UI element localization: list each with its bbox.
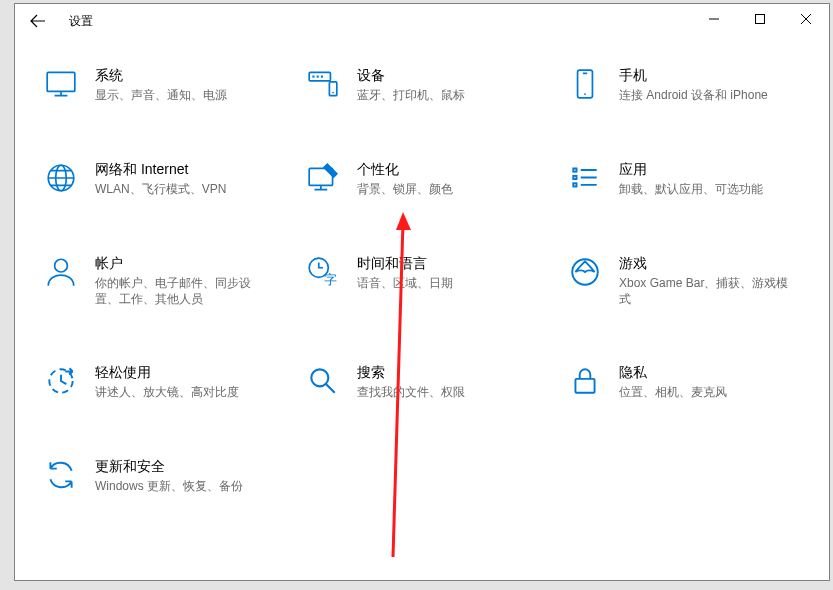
category-desc: 位置、相机、麦克风 bbox=[619, 384, 727, 400]
globe-icon bbox=[41, 158, 81, 198]
devices-icon bbox=[303, 64, 343, 104]
svg-point-9 bbox=[584, 93, 586, 95]
svg-point-21 bbox=[311, 369, 328, 386]
svg-rect-1 bbox=[47, 72, 75, 91]
lock-icon bbox=[565, 361, 605, 401]
settings-content: 系统显示、声音、通知、电源 设备蓝牙、打印机、鼠标 手机连接 Android 设… bbox=[15, 38, 829, 495]
window-title: 设置 bbox=[69, 13, 93, 30]
category-accounts[interactable]: 帐户你的帐户、电子邮件、同步设置、工作、其他人员 bbox=[35, 252, 297, 307]
apps-icon bbox=[565, 158, 605, 198]
category-desc: Xbox Game Bar、捕获、游戏模式 bbox=[619, 275, 791, 307]
svg-rect-3 bbox=[312, 76, 314, 78]
category-network[interactable]: 网络和 InternetWLAN、飞行模式、VPN bbox=[35, 158, 297, 198]
category-title: 设备 bbox=[357, 65, 465, 85]
svg-rect-13 bbox=[573, 168, 576, 171]
update-icon bbox=[41, 455, 81, 495]
category-grid: 系统显示、声音、通知、电源 设备蓝牙、打印机、鼠标 手机连接 Android 设… bbox=[35, 64, 819, 495]
svg-rect-6 bbox=[329, 82, 336, 96]
category-title: 搜索 bbox=[357, 362, 465, 382]
svg-text:字: 字 bbox=[324, 272, 337, 287]
svg-point-7 bbox=[332, 92, 334, 94]
time-language-icon: 字 bbox=[303, 252, 343, 292]
phone-icon bbox=[565, 64, 605, 104]
category-system[interactable]: 系统显示、声音、通知、电源 bbox=[35, 64, 297, 104]
svg-rect-15 bbox=[573, 183, 576, 186]
personalization-icon bbox=[303, 158, 343, 198]
category-privacy[interactable]: 隐私位置、相机、麦克风 bbox=[559, 361, 821, 401]
category-desc: 蓝牙、打印机、鼠标 bbox=[357, 87, 465, 103]
category-title: 帐户 bbox=[95, 253, 267, 273]
minimize-button[interactable] bbox=[691, 4, 737, 34]
svg-rect-4 bbox=[317, 76, 319, 78]
category-ease-of-access[interactable]: 轻松使用讲述人、放大镜、高对比度 bbox=[35, 361, 297, 401]
category-desc: 你的帐户、电子邮件、同步设置、工作、其他人员 bbox=[95, 275, 267, 307]
category-desc: 连接 Android 设备和 iPhone bbox=[619, 87, 768, 103]
category-title: 系统 bbox=[95, 65, 227, 85]
category-desc: 查找我的文件、权限 bbox=[357, 384, 465, 400]
close-icon bbox=[801, 14, 811, 24]
svg-rect-5 bbox=[321, 76, 323, 78]
ease-of-access-icon bbox=[41, 361, 81, 401]
search-icon bbox=[303, 361, 343, 401]
gaming-icon bbox=[565, 252, 605, 292]
person-icon bbox=[41, 252, 81, 292]
category-desc: 语音、区域、日期 bbox=[357, 275, 453, 291]
category-title: 应用 bbox=[619, 159, 763, 179]
category-desc: 背景、锁屏、颜色 bbox=[357, 181, 453, 197]
category-gaming[interactable]: 游戏Xbox Game Bar、捕获、游戏模式 bbox=[559, 252, 821, 307]
svg-point-16 bbox=[55, 259, 68, 272]
category-title: 个性化 bbox=[357, 159, 453, 179]
system-icon bbox=[41, 64, 81, 104]
category-desc: 讲述人、放大镜、高对比度 bbox=[95, 384, 239, 400]
category-title: 时间和语言 bbox=[357, 253, 453, 273]
category-title: 更新和安全 bbox=[95, 456, 243, 476]
category-title: 轻松使用 bbox=[95, 362, 239, 382]
category-desc: WLAN、飞行模式、VPN bbox=[95, 181, 226, 197]
svg-rect-22 bbox=[575, 379, 594, 393]
back-button[interactable] bbox=[15, 4, 61, 38]
category-title: 隐私 bbox=[619, 362, 727, 382]
minimize-icon bbox=[709, 14, 719, 24]
category-search[interactable]: 搜索查找我的文件、权限 bbox=[297, 361, 559, 401]
maximize-button[interactable] bbox=[737, 4, 783, 34]
category-desc: Windows 更新、恢复、备份 bbox=[95, 478, 243, 494]
title-bar: 设置 bbox=[15, 4, 829, 38]
category-phone[interactable]: 手机连接 Android 设备和 iPhone bbox=[559, 64, 821, 104]
category-title: 游戏 bbox=[619, 253, 791, 273]
svg-rect-14 bbox=[573, 176, 576, 179]
category-apps[interactable]: 应用卸载、默认应用、可选功能 bbox=[559, 158, 821, 198]
category-desc: 卸载、默认应用、可选功能 bbox=[619, 181, 763, 197]
settings-window: 设置 系统显示、声音、通知、电源 bbox=[14, 3, 830, 581]
category-title: 手机 bbox=[619, 65, 768, 85]
close-button[interactable] bbox=[783, 4, 829, 34]
window-controls bbox=[691, 4, 829, 34]
category-desc: 显示、声音、通知、电源 bbox=[95, 87, 227, 103]
svg-rect-0 bbox=[756, 15, 765, 24]
maximize-icon bbox=[755, 14, 765, 24]
category-time-language[interactable]: 字 时间和语言语音、区域、日期 bbox=[297, 252, 559, 307]
arrow-left-icon bbox=[30, 13, 46, 29]
category-update-security[interactable]: 更新和安全Windows 更新、恢复、备份 bbox=[35, 455, 297, 495]
category-title: 网络和 Internet bbox=[95, 159, 226, 179]
category-personalization[interactable]: 个性化背景、锁屏、颜色 bbox=[297, 158, 559, 198]
category-devices[interactable]: 设备蓝牙、打印机、鼠标 bbox=[297, 64, 559, 104]
